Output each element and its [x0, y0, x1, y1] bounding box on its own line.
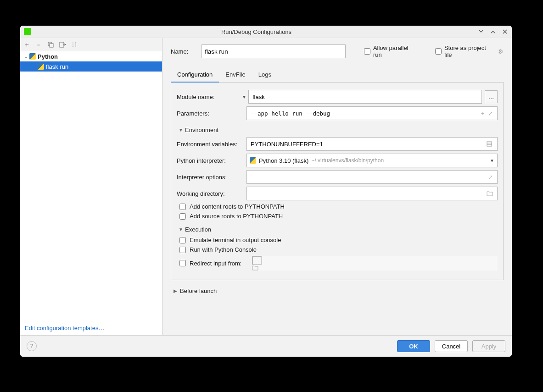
chevron-down-icon: ⌄	[23, 54, 28, 59]
emulate-terminal-checkbox[interactable]: Emulate terminal in output console	[179, 237, 498, 243]
environment-section-label: Environment	[185, 127, 218, 133]
source-roots-checkbox[interactable]: Add source roots to PYTHONPATH	[179, 213, 498, 220]
svg-rect-3	[487, 142, 492, 146]
parameters-field[interactable]: + ⤢	[246, 106, 498, 120]
tree-node-label: Python	[38, 53, 58, 60]
python-icon	[250, 157, 256, 164]
copy-config-icon[interactable]	[47, 41, 54, 48]
window-title: Run/Debug Configurations	[35, 28, 478, 35]
minimize-button[interactable]	[478, 28, 484, 35]
interpreter-dropdown[interactable]: Python 3.10 (flask) ~/.virtualenvs/flask…	[246, 154, 498, 167]
tab-logs[interactable]: Logs	[252, 68, 278, 83]
module-name-label: Module name:	[177, 94, 214, 100]
execution-section-label: Execution	[185, 226, 211, 233]
module-name-input[interactable]	[252, 93, 479, 101]
store-as-project-checkbox[interactable]: Store as project file ⚙	[435, 44, 504, 58]
pycharm-icon	[24, 28, 31, 35]
maximize-button[interactable]	[490, 28, 496, 35]
python-console-checkbox[interactable]: Run with Python Console	[179, 246, 498, 253]
chevron-down-icon: ▼	[179, 127, 185, 133]
interpreter-path: ~/.virtualenvs/flask/bin/python	[311, 157, 384, 164]
folder-icon[interactable]	[252, 265, 498, 271]
chevron-right-icon: ▶	[174, 288, 180, 293]
workdir-input[interactable]	[250, 190, 487, 198]
module-browse-button[interactable]: …	[485, 90, 498, 103]
remove-config-icon[interactable]: −	[35, 41, 42, 48]
python-icon	[38, 63, 44, 70]
store-as-project-label: Store as project file	[444, 44, 494, 58]
envvars-edit-icon[interactable]	[487, 141, 494, 147]
cancel-button[interactable]: Cancel	[435, 340, 468, 352]
content-roots-label: Add content roots to PYTHONPATH	[190, 203, 285, 210]
tab-configuration[interactable]: Configuration	[171, 68, 219, 83]
svg-rect-2	[60, 42, 64, 47]
folder-icon[interactable]	[487, 191, 494, 196]
workdir-field[interactable]	[246, 187, 498, 200]
add-config-icon[interactable]: ＋	[23, 41, 30, 48]
interp-options-input[interactable]	[250, 173, 487, 181]
envvars-field[interactable]	[246, 137, 498, 151]
python-icon	[29, 53, 36, 60]
sort-icon[interactable]	[71, 41, 78, 48]
name-input[interactable]	[202, 44, 346, 58]
allow-parallel-label: Allow parallel run	[373, 44, 418, 58]
emulate-terminal-label: Emulate terminal in output console	[190, 237, 281, 243]
envvars-input[interactable]	[250, 140, 487, 148]
close-button[interactable]	[502, 28, 508, 35]
expand-field-icon[interactable]: ⤢	[487, 174, 494, 181]
save-template-icon[interactable]	[59, 41, 66, 48]
caret-down-icon: ▼	[490, 158, 494, 163]
interpreter-name: Python 3.10 (flask)	[259, 157, 308, 164]
redirect-input-label: Redirect input from:	[190, 260, 248, 267]
redirect-input-checkbox[interactable]	[179, 260, 186, 266]
caret-down-icon: ▼	[242, 94, 246, 99]
module-name-field[interactable]	[248, 90, 482, 104]
help-button[interactable]: ?	[27, 341, 37, 351]
redirect-input-input	[252, 256, 262, 265]
tab-envfile[interactable]: EnvFile	[219, 68, 252, 83]
form-tabs: Configuration EnvFile Logs	[171, 68, 504, 83]
titlebar: Run/Debug Configurations	[20, 26, 512, 38]
python-console-label: Run with Python Console	[190, 246, 257, 253]
allow-parallel-checkbox[interactable]: Allow parallel run	[364, 44, 418, 58]
apply-button[interactable]: Apply	[472, 340, 505, 352]
execution-section-header[interactable]: ▼ Execution	[179, 226, 498, 233]
config-tree: ⌄ Python flask run	[20, 51, 162, 321]
target-type-dropdown[interactable]: Module name: ▼	[177, 91, 248, 102]
expand-field-icon[interactable]: ⤢	[487, 110, 494, 117]
sidebar-toolbar: ＋ −	[20, 38, 162, 51]
dialog-footer: ? OK Cancel Apply	[20, 335, 512, 357]
name-label: Name:	[171, 48, 192, 55]
parameters-input[interactable]	[250, 110, 479, 117]
insert-macro-icon[interactable]: +	[479, 110, 487, 117]
edit-templates-link[interactable]: Edit configuration templates…	[20, 321, 162, 335]
envvars-label: Environment variables:	[177, 141, 246, 148]
chevron-down-icon: ▼	[179, 227, 185, 232]
before-launch-section[interactable]: ▶ Before launch	[174, 287, 504, 294]
parameters-label: Parameters:	[177, 110, 246, 117]
interp-options-label: Interpreter options:	[177, 174, 246, 181]
content-roots-checkbox[interactable]: Add content roots to PYTHONPATH	[179, 203, 498, 210]
sidebar: ＋ − ⌄ Python flask run	[20, 38, 162, 335]
ok-button[interactable]: OK	[397, 340, 430, 352]
config-form: Name: Allow parallel run Store as projec…	[162, 38, 512, 335]
configuration-panel: Module name: ▼ … Parameters: + ⤢	[171, 83, 504, 280]
gear-icon[interactable]: ⚙	[498, 48, 504, 55]
redirect-input-field	[252, 256, 498, 271]
before-launch-label: Before launch	[180, 287, 217, 294]
interp-options-field[interactable]: ⤢	[246, 170, 498, 184]
svg-rect-1	[50, 44, 53, 47]
tree-node-flask-run[interactable]: flask run	[20, 61, 162, 72]
environment-section-header[interactable]: ▼ Environment	[179, 127, 498, 133]
interpreter-label: Python interpreter:	[177, 157, 246, 164]
source-roots-label: Add source roots to PYTHONPATH	[190, 213, 283, 220]
tree-node-python[interactable]: ⌄ Python	[20, 51, 162, 61]
tree-node-label: flask run	[46, 63, 68, 70]
dialog-window: Run/Debug Configurations ＋ − ⌄	[20, 26, 512, 357]
workdir-label: Working directory:	[177, 190, 246, 197]
